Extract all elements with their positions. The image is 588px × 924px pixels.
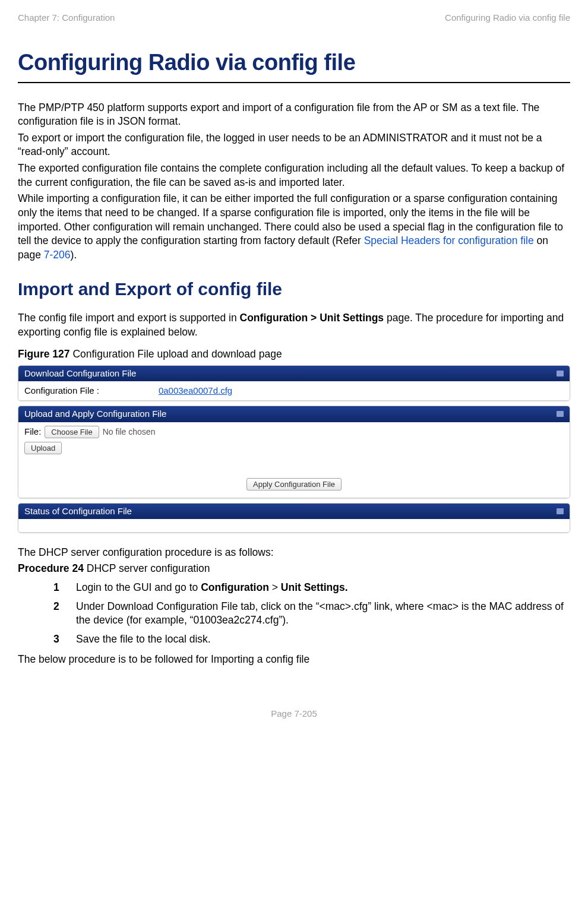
sec2-intro-bold: Configuration > Unit Settings — [240, 312, 384, 324]
config-file-label: Configuration File : — [24, 385, 99, 397]
para-4c: ). — [71, 249, 77, 261]
collapse-icon[interactable] — [557, 508, 564, 514]
special-headers-link[interactable]: Special Headers for configuration file — [364, 235, 534, 246]
sec2-intro: The config file import and export is sup… — [18, 311, 570, 339]
header-left: Chapter 7: Configuration — [18, 12, 115, 24]
apply-row: Apply Configuration File — [24, 454, 564, 494]
procedure-label: Procedure 24 — [18, 562, 84, 574]
step-1: 1 Login to the GUI and go to Configurati… — [53, 581, 570, 595]
step1-b2: Unit Settings. — [281, 581, 348, 593]
status-panel-body — [18, 519, 570, 532]
title-rule — [18, 82, 570, 83]
para-4: While importing a configuration file, it… — [18, 192, 570, 262]
para-1: The PMP/PTP 450 platform supports export… — [18, 101, 570, 129]
para-2: To export or import the configuration fi… — [18, 131, 570, 159]
page-header: Chapter 7: Configuration Configuring Rad… — [18, 12, 570, 24]
page-title-h1: Configuring Radio via config file — [18, 48, 570, 78]
step-number: 1 — [53, 581, 62, 595]
download-panel: Download Configuration File Configuratio… — [18, 365, 570, 401]
sec2-intro-a: The config file import and export is sup… — [18, 312, 240, 324]
procedure-caption: Procedure 24 DHCP server configuration — [18, 562, 570, 576]
procedure-text: DHCP server configuration — [84, 562, 210, 574]
upload-button[interactable]: Upload — [24, 442, 62, 454]
step-2: 2 Under Download Configuration File tab,… — [53, 600, 570, 628]
step1-mid: > — [269, 581, 281, 593]
upload-panel-title-text: Upload and Apply Configuration File — [24, 408, 166, 420]
step-text: Under Download Configuration File tab, c… — [76, 600, 570, 628]
status-panel: Status of Configuration File — [18, 503, 570, 533]
header-right: Configuring Radio via config file — [445, 12, 570, 24]
page-ref-link[interactable]: 7-206 — [44, 249, 71, 261]
dhcp-intro: The DHCP server configuration procedure … — [18, 546, 570, 560]
para-3: The exported configuration file contains… — [18, 162, 570, 189]
step-number: 2 — [53, 600, 62, 614]
download-panel-title: Download Configuration File — [18, 366, 570, 381]
no-file-text: No file chosen — [103, 426, 156, 438]
collapse-icon[interactable] — [557, 411, 564, 417]
download-panel-body: Configuration File : 0a003ea0007d.cfg — [18, 381, 570, 400]
apply-config-button[interactable]: Apply Configuration File — [246, 478, 342, 491]
file-row: File: Choose File No file chosen — [24, 426, 564, 438]
file-label: File: — [24, 426, 41, 438]
upload-panel-title: Upload and Apply Configuration File — [18, 406, 570, 422]
section-title-h2: Import and Export of config file — [18, 277, 570, 302]
upload-panel: Upload and Apply Configuration File File… — [18, 406, 570, 498]
step-text: Login to the GUI and go to Configuration… — [76, 581, 570, 595]
collapse-icon[interactable] — [557, 371, 564, 376]
choose-file-button[interactable]: Choose File — [45, 426, 99, 438]
config-file-link[interactable]: 0a003ea0007d.cfg — [159, 385, 232, 397]
status-panel-title-text: Status of Configuration File — [24, 505, 132, 517]
upload-panel-body: File: Choose File No file chosen Upload … — [18, 422, 570, 498]
step-text: Save the file to the local disk. — [76, 632, 570, 647]
step1-b1: Configuration — [201, 581, 269, 593]
procedure-steps: 1 Login to the GUI and go to Configurati… — [18, 581, 570, 647]
status-panel-title: Status of Configuration File — [18, 504, 570, 519]
step1-a: Login to the GUI and go to — [76, 581, 201, 593]
download-panel-title-text: Download Configuration File — [24, 368, 136, 379]
figure-text: Configuration File upload and download p… — [70, 348, 282, 360]
page-footer: Page 7-205 — [18, 708, 570, 720]
step-number: 3 — [53, 632, 62, 647]
figure-caption: Figure 127 Configuration File upload and… — [18, 347, 570, 362]
step-3: 3 Save the file to the local disk. — [53, 632, 570, 647]
outro: The below procedure is to be followed fo… — [18, 653, 570, 667]
figure-label: Figure 127 — [18, 348, 70, 360]
